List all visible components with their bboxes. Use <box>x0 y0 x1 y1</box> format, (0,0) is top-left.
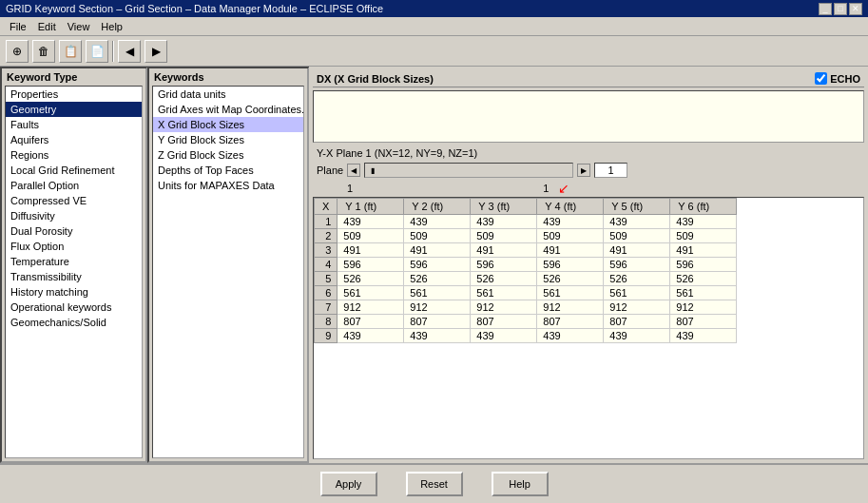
table-cell[interactable]: 491 <box>338 243 404 258</box>
echo-checkbox[interactable] <box>815 72 827 85</box>
toolbar-btn-paste[interactable]: 📄 <box>86 40 108 63</box>
table-cell[interactable]: 491 <box>404 243 471 258</box>
toolbar-btn-forward[interactable]: ▶ <box>145 40 167 63</box>
table-cell[interactable]: 439 <box>471 215 537 229</box>
table-cell[interactable]: 491 <box>471 243 537 258</box>
table-cell[interactable]: 912 <box>338 300 404 315</box>
toolbar-btn-copy[interactable]: 📋 <box>59 40 82 63</box>
menu-edit[interactable]: Edit <box>32 19 62 34</box>
table-cell[interactable]: 439 <box>338 215 404 229</box>
toolbar-btn-delete[interactable]: 🗑 <box>32 40 55 63</box>
menu-help[interactable]: Help <box>95 19 128 34</box>
table-cell[interactable]: 807 <box>604 315 670 329</box>
table-cell[interactable]: 509 <box>670 229 737 243</box>
table-cell[interactable]: 561 <box>404 286 471 300</box>
plane-scroll-right[interactable]: ▶ <box>577 164 590 177</box>
table-cell[interactable]: 439 <box>670 329 737 343</box>
plane-scrollbar[interactable]: ▮ <box>364 163 573 178</box>
keyword-type-item[interactable]: Local Grid Refinement <box>6 163 142 178</box>
reset-button[interactable]: Reset <box>406 472 463 496</box>
table-cell[interactable]: 807 <box>471 315 537 329</box>
keywords-list-item[interactable]: Z Grid Block Sizes <box>153 147 303 163</box>
keyword-type-item[interactable]: Regions <box>6 147 142 163</box>
table-cell[interactable]: 439 <box>338 329 404 343</box>
keyword-type-item[interactable]: Temperature <box>6 254 142 269</box>
table-cell[interactable]: 509 <box>537 229 604 243</box>
menu-view[interactable]: View <box>62 19 96 34</box>
keyword-type-item[interactable]: Parallel Option <box>6 178 142 193</box>
table-cell[interactable]: 912 <box>471 300 537 315</box>
table-cell[interactable]: 491 <box>670 243 737 258</box>
keyword-type-item[interactable]: Operational keywords <box>6 300 142 315</box>
keyword-type-list[interactable]: PropertiesGeometryFaultsAquifersRegionsL… <box>5 86 143 458</box>
keyword-type-item[interactable]: Aquifers <box>6 132 142 147</box>
toolbar-btn-back[interactable]: ◀ <box>118 40 141 63</box>
minimize-button[interactable]: _ <box>819 3 832 15</box>
table-cell[interactable]: 912 <box>404 300 471 315</box>
keyword-type-item[interactable]: Dual Porosity <box>6 223 142 239</box>
keywords-list-item[interactable]: Y Grid Block Sizes <box>153 132 303 147</box>
table-cell[interactable]: 596 <box>537 258 604 272</box>
table-cell[interactable]: 807 <box>537 315 604 329</box>
keyword-type-item[interactable]: Diffusivity <box>6 208 142 223</box>
table-cell[interactable]: 807 <box>404 315 471 329</box>
table-cell[interactable]: 596 <box>404 258 471 272</box>
data-input-area[interactable] <box>313 90 864 143</box>
grid-table-container[interactable]: XY 1 (ft)Y 2 (ft)Y 3 (ft)Y 4 (ft)Y 5 (ft… <box>313 197 864 459</box>
table-cell[interactable]: 561 <box>537 286 604 300</box>
table-cell[interactable]: 491 <box>537 243 604 258</box>
plane-value-input[interactable] <box>594 163 627 178</box>
table-cell[interactable]: 509 <box>338 229 404 243</box>
table-cell[interactable]: 526 <box>338 272 404 286</box>
table-cell[interactable]: 526 <box>604 272 670 286</box>
table-cell[interactable]: 439 <box>604 215 670 229</box>
table-cell[interactable]: 526 <box>537 272 604 286</box>
table-cell[interactable]: 596 <box>338 258 404 272</box>
keyword-type-item[interactable]: Transmissibility <box>6 269 142 284</box>
table-cell[interactable]: 561 <box>670 286 737 300</box>
keyword-type-item[interactable]: Geomechanics/Solid <box>6 315 142 330</box>
table-cell[interactable]: 509 <box>604 229 670 243</box>
close-button[interactable]: ✕ <box>849 3 862 15</box>
table-cell[interactable]: 912 <box>670 300 737 315</box>
table-cell[interactable]: 439 <box>537 329 604 343</box>
keyword-type-item[interactable]: History matching <box>6 284 142 300</box>
table-cell[interactable]: 439 <box>404 215 471 229</box>
table-cell[interactable]: 526 <box>670 272 737 286</box>
table-cell[interactable]: 912 <box>604 300 670 315</box>
keyword-type-item[interactable]: Properties <box>6 87 142 102</box>
table-cell[interactable]: 561 <box>471 286 537 300</box>
table-cell[interactable]: 526 <box>404 272 471 286</box>
menu-file[interactable]: File <box>4 19 32 34</box>
table-cell[interactable]: 526 <box>471 272 537 286</box>
maximize-button[interactable]: □ <box>834 3 847 15</box>
keywords-list-item[interactable]: Grid data units <box>153 87 303 102</box>
table-cell[interactable]: 439 <box>404 329 471 343</box>
keyword-type-item[interactable]: Flux Option <box>6 239 142 254</box>
table-cell[interactable]: 509 <box>404 229 471 243</box>
table-cell[interactable]: 596 <box>670 258 737 272</box>
table-cell[interactable]: 439 <box>604 329 670 343</box>
table-cell[interactable]: 807 <box>338 315 404 329</box>
keyword-type-item[interactable]: Faults <box>6 117 142 132</box>
help-button[interactable]: Help <box>492 472 549 496</box>
keywords-list-item[interactable]: Depths of Top Faces <box>153 163 303 178</box>
table-cell[interactable]: 509 <box>471 229 537 243</box>
toolbar-btn-add[interactable]: ⊕ <box>6 40 29 63</box>
table-cell[interactable]: 561 <box>338 286 404 300</box>
table-cell[interactable]: 439 <box>670 215 737 229</box>
plane-scroll-left[interactable]: ◀ <box>347 164 360 177</box>
table-cell[interactable]: 912 <box>537 300 604 315</box>
table-cell[interactable]: 491 <box>604 243 670 258</box>
keyword-type-item[interactable]: Compressed VE <box>6 193 142 208</box>
table-cell[interactable]: 596 <box>471 258 537 272</box>
keywords-list-item[interactable]: X Grid Block Sizes <box>153 117 303 132</box>
keywords-list[interactable]: Grid data unitsGrid Axes wit Map Coordin… <box>152 86 304 458</box>
keywords-list-item[interactable]: Units for MAPAXES Data <box>153 178 303 193</box>
table-cell[interactable]: 561 <box>604 286 670 300</box>
table-cell[interactable]: 596 <box>604 258 670 272</box>
apply-button[interactable]: Apply <box>320 472 377 496</box>
table-cell[interactable]: 807 <box>670 315 737 329</box>
keyword-type-item[interactable]: Geometry <box>6 102 142 117</box>
table-cell[interactable]: 439 <box>471 329 537 343</box>
